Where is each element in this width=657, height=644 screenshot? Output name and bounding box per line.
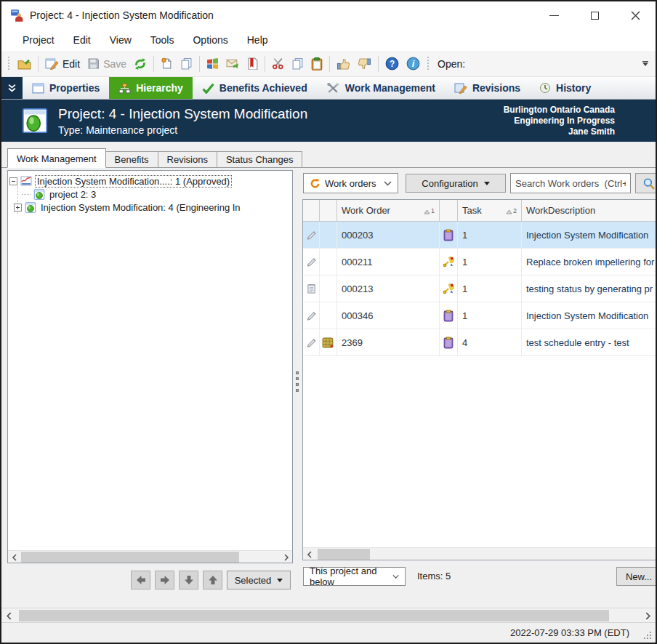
table-row[interactable]: 2369 4 test schedule entry - test <box>303 329 656 356</box>
nav-ribbon: Properties Hierarchy Benefits Achieved W… <box>1 77 656 100</box>
resize-grip-icon[interactable] <box>642 630 651 639</box>
maximize-icon <box>591 12 599 20</box>
tree-expander-expanded[interactable] <box>9 177 17 185</box>
reject-button[interactable] <box>354 55 375 73</box>
minimize-button[interactable] <box>533 1 574 29</box>
edit-button[interactable]: Edit <box>41 55 84 73</box>
header-task-icon-col[interactable] <box>440 200 458 221</box>
tree-expander-collapsed[interactable] <box>14 204 22 212</box>
scroll-right-button[interactable] <box>280 551 292 563</box>
window-horizontal-scrollbar[interactable] <box>1 608 656 622</box>
toolbar-separator <box>378 56 379 72</box>
nav-work-management[interactable]: Work Management <box>317 77 445 99</box>
search-button[interactable] <box>635 173 656 193</box>
nav-history[interactable]: History <box>530 77 600 99</box>
tree-root-label[interactable]: Injection System Modification....: 1 (Ap… <box>35 175 232 188</box>
windows-app-button[interactable] <box>203 55 222 73</box>
move-down-button[interactable] <box>179 571 198 589</box>
close-button[interactable] <box>615 1 656 29</box>
tree-child1-label[interactable]: project 2: 3 <box>48 189 97 200</box>
selected-dropdown-button[interactable]: Selected <box>227 571 291 589</box>
scope-combo[interactable]: This project and below <box>303 567 406 586</box>
copy-button[interactable] <box>288 55 307 73</box>
nav-benefits-achieved[interactable]: Benefits Achieved <box>193 77 317 99</box>
table-horizontal-scrollbar[interactable] <box>303 547 656 560</box>
tab-status-changes[interactable]: Status Changes <box>217 151 303 167</box>
table-row[interactable]: 000346 1 Injection System Modification <box>303 302 656 329</box>
new-button[interactable]: New... <box>616 567 656 586</box>
project-window-icon <box>33 189 45 200</box>
edit-button-label: Edit <box>63 58 80 70</box>
work-orders-table: Work Order 1 Task 2 WorkDescription <box>302 199 656 560</box>
tree-node-root[interactable]: Injection System Modification....: 1 (Ap… <box>9 174 291 188</box>
new-item-button[interactable] <box>157 55 177 73</box>
copy-icon <box>291 57 304 70</box>
tree-node-child2[interactable]: Injection System Modification: 4 (Engine… <box>14 201 291 214</box>
main-content: Injection System Modification....: 1 (Ap… <box>1 167 656 608</box>
move-right-button[interactable] <box>155 571 174 589</box>
menu-help[interactable]: Help <box>238 31 278 49</box>
tab-benefits[interactable]: Benefits <box>105 151 158 167</box>
header-icon-col2[interactable] <box>320 200 337 221</box>
work-orders-toolbar: Work orders Configuration <box>302 173 656 193</box>
nav-revisions[interactable]: Revisions <box>445 77 530 99</box>
configuration-button[interactable]: Configuration <box>406 174 506 193</box>
tree-node-child1[interactable]: project 2: 3 <box>22 188 291 201</box>
search-icon <box>642 177 655 190</box>
help-icon: ? <box>385 57 399 71</box>
cut-button[interactable] <box>268 55 288 73</box>
menu-view[interactable]: View <box>100 31 141 49</box>
menu-options[interactable]: Options <box>183 31 237 49</box>
work-orders-icon <box>310 178 321 189</box>
nav-collapse-button[interactable] <box>1 77 23 99</box>
header-description[interactable]: WorkDescription <box>522 200 656 221</box>
menu-edit[interactable]: Edit <box>64 31 100 49</box>
scroll-left-button[interactable] <box>3 608 15 623</box>
maximize-button[interactable] <box>574 1 615 29</box>
nav-hierarchy[interactable]: Hierarchy <box>109 77 193 99</box>
tree-child2-label[interactable]: Injection System Modification: 4 (Engine… <box>39 202 242 213</box>
move-left-button[interactable] <box>131 571 150 589</box>
table-row[interactable]: 000213 1 testing status by generating pr <box>303 275 656 302</box>
tree-horizontal-scrollbar[interactable] <box>8 550 292 563</box>
header-task[interactable]: Task 2 <box>458 200 522 221</box>
table-row[interactable]: 000203 1 Injection System Modification <box>303 222 656 249</box>
toolbar-overflow-button[interactable] <box>640 61 651 66</box>
tab-work-management[interactable]: Work Management <box>7 148 106 168</box>
send-button[interactable] <box>222 55 243 72</box>
duplicate-button[interactable] <box>177 55 196 73</box>
sort-order-number: 1 <box>431 207 435 214</box>
scrollbar-thumb[interactable] <box>21 552 239 563</box>
info-button[interactable]: i <box>403 54 424 73</box>
toolbar-grip[interactable] <box>427 57 430 71</box>
search-input[interactable] <box>510 173 631 193</box>
panel-splitter[interactable] <box>293 170 302 608</box>
menu-project[interactable]: Project <box>13 31 64 49</box>
menu-tools[interactable]: Tools <box>141 31 184 49</box>
chevron-down-icon <box>392 574 399 579</box>
toolbar-separator <box>38 56 39 72</box>
open-project-button[interactable] <box>14 55 35 73</box>
scroll-left-button[interactable] <box>8 551 20 563</box>
toolbar-grip[interactable] <box>7 57 11 71</box>
approve-button[interactable] <box>333 55 354 73</box>
cell-work-order: 2369 <box>337 329 440 355</box>
nav-properties[interactable]: Properties <box>23 77 109 99</box>
table-row[interactable]: 000211 1 Replace broken impellering for <box>303 249 656 275</box>
report-button[interactable] <box>243 55 262 73</box>
paste-button[interactable] <box>307 55 326 73</box>
scrollbar-thumb[interactable] <box>318 549 370 560</box>
pencil-doc-icon <box>306 337 317 348</box>
scrollbar-thumb[interactable] <box>19 610 609 621</box>
scroll-right-button[interactable] <box>642 608 654 623</box>
tab-revisions[interactable]: Revisions <box>158 151 217 167</box>
sort-order-number: 2 <box>513 207 517 214</box>
move-up-button[interactable] <box>203 571 222 589</box>
header-icon-col[interactable] <box>303 200 320 221</box>
refresh-button[interactable] <box>130 55 150 73</box>
header-work-order[interactable]: Work Order 1 <box>337 200 440 221</box>
help-button[interactable]: ? <box>382 54 403 73</box>
save-button[interactable]: Save <box>84 55 130 73</box>
record-type-combo[interactable]: Work orders <box>303 173 398 193</box>
scroll-left-button[interactable] <box>303 548 315 560</box>
